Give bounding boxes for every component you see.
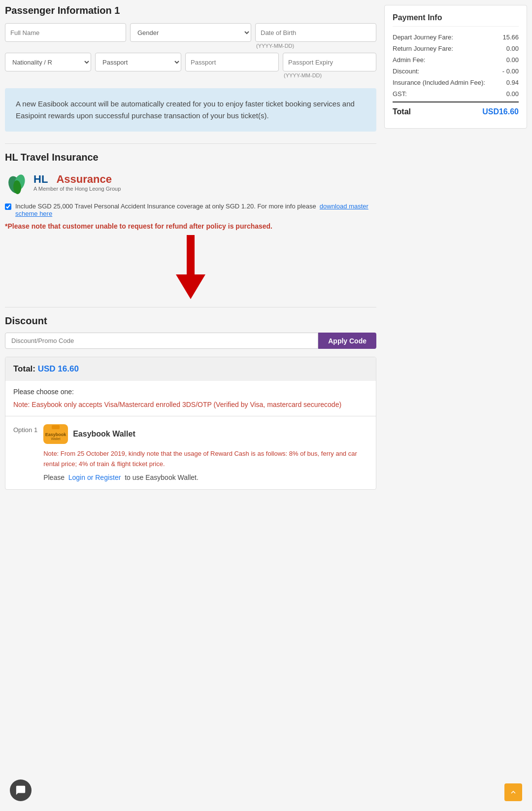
payment-row-label: Return Journey Fare: [393, 45, 453, 52]
hl-brand-hl: HL [33, 173, 48, 185]
svg-marker-4 [176, 274, 205, 299]
payment-row-label: Admin Fee: [393, 56, 425, 64]
payment-row-label: GST: [393, 90, 407, 98]
wallet-label: Easybook Wallet [73, 430, 135, 439]
wallet-login-suffix: to use Easybook Wallet. [125, 473, 199, 481]
svg-text:Wallet: Wallet [51, 437, 61, 440]
wallet-brand-name: Easybook Wallet [73, 430, 135, 439]
svg-rect-6 [52, 425, 60, 429]
down-arrow-icon [176, 235, 205, 299]
insurance-section: HL Travel Insurance HL A [5, 143, 376, 299]
dob-group: (YYYY-MM-DD) [255, 23, 376, 49]
payment-row-value: 0.00 [506, 90, 519, 98]
payment-info-title: Payment Info [393, 13, 519, 27]
payment-info-row: Insurance (Included Admin Fee):0.94 [393, 79, 519, 86]
nationality-select[interactable]: Nationality / R [5, 53, 91, 71]
payment-info-total-row: Total USD16.60 [393, 101, 519, 116]
option-label: Option 1 [13, 424, 37, 434]
payment-row-value: 0.00 [506, 56, 519, 64]
insurance-text-content: Include SGD 25,000 Travel Personal Accid… [15, 203, 316, 210]
passport-type-select[interactable]: Passport [95, 53, 181, 71]
payment-row-value: 15.66 [502, 34, 519, 41]
total-header: Total: USD 16.60 [5, 357, 376, 381]
payment-row-label: Insurance (Included Admin Fee): [393, 79, 485, 86]
payment-info-row: Admin Fee:0.00 [393, 56, 519, 64]
wallet-login-prefix: Please [43, 473, 65, 481]
hl-logo-icon [5, 170, 30, 195]
wallet-icon: Easybook Wallet [43, 424, 68, 444]
payment-info-box: Payment Info Depart Journey Fare:15.66Re… [384, 5, 527, 129]
payment-info-rows: Depart Journey Fare:15.66Return Journey … [393, 34, 519, 98]
hl-brand: HL Assurance [33, 173, 121, 186]
payment-warning-text: Note: Easybook only accepts Visa/Masterc… [5, 400, 376, 416]
wallet-login-link[interactable]: Login or Register [68, 473, 121, 481]
passport-type-group: Passport [95, 53, 181, 78]
full-name-input[interactable] [5, 23, 126, 42]
passport-number-input[interactable] [185, 53, 279, 71]
discount-section: Discount Apply Code [5, 307, 376, 349]
total-box: Total: USD 16.60 Please choose one: Note… [5, 357, 376, 490]
wallet-note: Note: From 25 October 2019, kindly note … [43, 449, 368, 470]
info-box-text: A new Easibook account will be automatic… [16, 100, 355, 120]
payment-info-row: GST:0.00 [393, 90, 519, 98]
passenger-form-row-1: Gender Male Female (YYYY-MM-DD) [5, 23, 376, 49]
payment-row-value: - 0.00 [502, 68, 519, 75]
discount-input[interactable] [5, 333, 318, 349]
payment-info-row: Discount:- 0.00 [393, 68, 519, 75]
passport-expiry-group: (YYYY-MM-DD) [283, 53, 376, 78]
dob-format-label: (YYYY-MM-DD) [255, 43, 376, 49]
gender-select[interactable]: Gender Male Female [130, 23, 251, 42]
page-title: Passenger Information 1 [5, 5, 376, 16]
insurance-checkbox-text: Include SGD 25,000 Travel Personal Accid… [15, 203, 376, 217]
nationality-group: Nationality / R [5, 53, 91, 78]
insurance-title: HL Travel Insurance [5, 152, 376, 163]
sidebar: Payment Info Depart Journey Fare:15.66Re… [384, 5, 527, 498]
discount-title: Discount [5, 315, 376, 327]
insurance-warning: *Please note that customer unable to req… [5, 222, 376, 230]
option-content: Easybook Wallet Easybook Wallet Note: Fr… [43, 424, 368, 481]
hl-logo-text: HL Assurance A Member of the Hong Leong … [33, 173, 121, 192]
payment-choose-text: Please choose one: [5, 381, 376, 400]
info-box: A new Easibook account will be automatic… [5, 88, 376, 132]
dob-input[interactable] [255, 23, 376, 42]
svg-rect-3 [187, 235, 195, 274]
wallet-login: Please Login or Register to use Easybook… [43, 473, 368, 481]
passport-number-group [185, 53, 279, 78]
passenger-form-row-2: Nationality / R Passport (YYYY-MM-DD) [5, 53, 376, 78]
payment-info-row: Return Journey Fare:0.00 [393, 45, 519, 52]
payment-total-value: USD16.60 [482, 107, 519, 116]
payment-row-value: 0.00 [506, 45, 519, 52]
payment-info-row: Depart Journey Fare:15.66 [393, 34, 519, 41]
discount-row: Apply Code [5, 333, 376, 349]
arrow-container [5, 235, 376, 299]
main-content: Passenger Information 1 Gender Male Fema… [5, 5, 376, 498]
svg-text:Easybook: Easybook [45, 432, 66, 437]
hl-brand-assurance: Assurance [56, 173, 112, 185]
gender-group: Gender Male Female [130, 23, 251, 49]
passport-expiry-input[interactable] [283, 53, 376, 71]
hl-member-text: A Member of the Hong Leong Group [33, 186, 121, 192]
total-amount: USD 16.60 [38, 364, 79, 373]
hl-logo: HL Assurance A Member of the Hong Leong … [5, 170, 376, 195]
wallet-header: Easybook Wallet Easybook Wallet [43, 424, 368, 444]
apply-code-button[interactable]: Apply Code [318, 333, 376, 349]
payment-row-label: Discount: [393, 68, 419, 75]
payment-row-label: Depart Journey Fare: [393, 34, 453, 41]
insurance-checkbox-row: Include SGD 25,000 Travel Personal Accid… [5, 203, 376, 217]
payment-total-label: Total [393, 107, 411, 116]
payment-option-1: Option 1 Easybook Wallet [5, 416, 376, 489]
total-label: Total: [13, 364, 35, 373]
passport-expiry-format-label: (YYYY-MM-DD) [283, 72, 376, 78]
full-name-group [5, 23, 126, 49]
insurance-checkbox[interactable] [5, 203, 11, 210]
wallet-icon-svg: Easybook Wallet [45, 425, 66, 443]
hl-logo-svg [5, 170, 30, 195]
payment-row-value: 0.94 [506, 79, 519, 86]
